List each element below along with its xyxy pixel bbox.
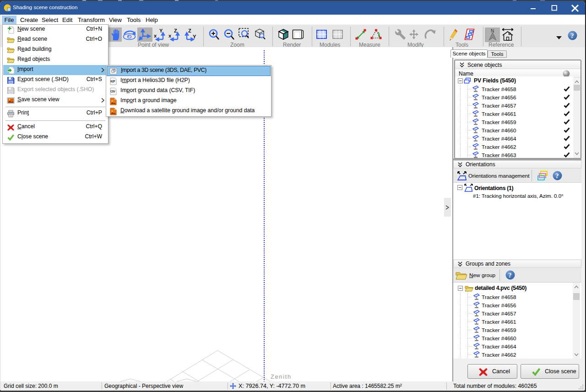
svg-text:?: ?	[570, 32, 574, 39]
svg-text:Z: Z	[188, 28, 191, 33]
svg-text:H2P: H2P	[110, 80, 115, 83]
svg-text:CSV: CSV	[110, 90, 115, 93]
svg-text:?: ?	[555, 172, 559, 180]
svg-text:?: ?	[508, 272, 511, 279]
svg-text:x: x	[154, 33, 157, 38]
svg-text:Zenith: Zenith	[271, 373, 292, 380]
svg-text:x: x	[168, 33, 172, 38]
svg-text:Z: Z	[174, 28, 177, 33]
